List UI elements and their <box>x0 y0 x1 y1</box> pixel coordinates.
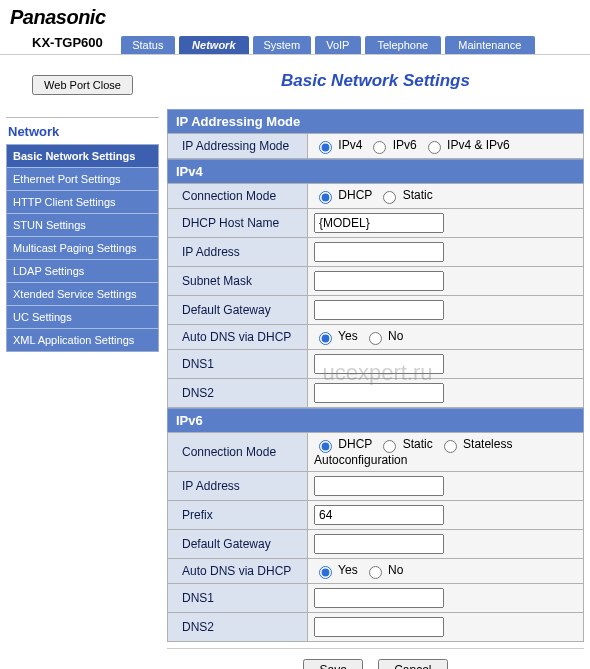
cancel-button[interactable]: Cancel <box>378 659 447 669</box>
ipv4-mask-input[interactable] <box>314 271 444 291</box>
section-header-ipv4: IPv4 <box>167 159 584 183</box>
ipv6-dns1-input[interactable] <box>314 588 444 608</box>
ipv4-gw-input[interactable] <box>314 300 444 320</box>
sidebar-item-8[interactable]: XML Application Settings <box>7 329 158 351</box>
v6conn-opt-dhcp[interactable]: DHCP <box>314 437 372 451</box>
sidebar: Web Port Close Network Basic Network Set… <box>0 55 165 669</box>
ipv6-ip-label: IP Address <box>168 472 308 501</box>
ipmode-opt-ipv4-ipv6[interactable]: IPv4 & IPv6 <box>423 138 510 152</box>
sidebar-item-0[interactable]: Basic Network Settings <box>7 145 158 168</box>
page-title: Basic Network Settings <box>167 61 584 109</box>
ipv4-autodns-value: Yes No <box>308 325 584 350</box>
ipv6-conn-label: Connection Mode <box>168 433 308 472</box>
brand-logo: Panasonic <box>10 6 590 29</box>
sidebar-item-3[interactable]: STUN Settings <box>7 214 158 237</box>
section-header-ipv6: IPv6 <box>167 408 584 432</box>
ipv6-dns2-input[interactable] <box>314 617 444 637</box>
main-content: ucexpert.ru Basic Network Settings IP Ad… <box>165 55 590 669</box>
v4conn-opt-dhcp[interactable]: DHCP <box>314 188 372 202</box>
tab-network[interactable]: Network <box>179 36 249 54</box>
ipv4-dhcphost-input[interactable] <box>314 213 444 233</box>
ipv4-autodns-label: Auto DNS via DHCP <box>168 325 308 350</box>
v6dns-opt-no[interactable]: No <box>364 563 404 577</box>
ipv6-dns1-label: DNS1 <box>168 584 308 613</box>
v4dns-opt-no[interactable]: No <box>364 329 404 343</box>
ipv6-ip-input[interactable] <box>314 476 444 496</box>
ipmode-opt-ipv4[interactable]: IPv4 <box>314 138 362 152</box>
tab-telephone[interactable]: Telephone <box>365 36 441 54</box>
model-number: KX-TGP600 <box>10 33 121 54</box>
ipv4-ip-input[interactable] <box>314 242 444 262</box>
ipmode-value: IPv4 IPv6 IPv4 & IPv6 <box>308 134 584 159</box>
ipv4-dns1-input[interactable] <box>314 354 444 374</box>
v6conn-opt-static[interactable]: Static <box>378 437 432 451</box>
ipv6-gw-label: Default Gateway <box>168 530 308 559</box>
tab-status[interactable]: Status <box>121 36 175 54</box>
main-tabs: Status Network System VoIP Telephone Mai… <box>121 36 590 54</box>
ipv4-conn-label: Connection Mode <box>168 184 308 209</box>
button-row: Save Cancel <box>167 648 584 669</box>
ipv6-dns2-label: DNS2 <box>168 613 308 642</box>
ipmode-label: IP Addressing Mode <box>168 134 308 159</box>
ipv4-dns1-label: DNS1 <box>168 350 308 379</box>
v4conn-opt-static[interactable]: Static <box>378 188 432 202</box>
ipv4-dns2-label: DNS2 <box>168 379 308 408</box>
ipv4-conn-value: DHCP Static <box>308 184 584 209</box>
tab-voip[interactable]: VoIP <box>315 36 361 54</box>
sidebar-item-2[interactable]: HTTP Client Settings <box>7 191 158 214</box>
sidebar-item-4[interactable]: Multicast Paging Settings <box>7 237 158 260</box>
sidebar-title: Network <box>6 124 159 144</box>
save-button[interactable]: Save <box>303 659 362 669</box>
v6dns-opt-yes[interactable]: Yes <box>314 563 358 577</box>
sidebar-item-5[interactable]: LDAP Settings <box>7 260 158 283</box>
tab-maintenance[interactable]: Maintenance <box>445 36 535 54</box>
ipv6-autodns-label: Auto DNS via DHCP <box>168 559 308 584</box>
ipv6-autodns-value: Yes No <box>308 559 584 584</box>
ipv4-dns2-input[interactable] <box>314 383 444 403</box>
web-port-close-button[interactable]: Web Port Close <box>32 75 133 95</box>
ipmode-opt-ipv6[interactable]: IPv6 <box>368 138 416 152</box>
ipv4-ip-label: IP Address <box>168 238 308 267</box>
ipv6-prefix-label: Prefix <box>168 501 308 530</box>
ipv6-conn-value: DHCP Static Stateless Autoconfiguration <box>308 433 584 472</box>
ipv6-prefix-input[interactable] <box>314 505 444 525</box>
v4dns-opt-yes[interactable]: Yes <box>314 329 358 343</box>
sidebar-item-6[interactable]: Xtended Service Settings <box>7 283 158 306</box>
ipv6-gw-input[interactable] <box>314 534 444 554</box>
section-header-ipmode: IP Addressing Mode <box>167 109 584 133</box>
tab-system[interactable]: System <box>253 36 311 54</box>
ipv4-mask-label: Subnet Mask <box>168 267 308 296</box>
ipv4-gw-label: Default Gateway <box>168 296 308 325</box>
sidebar-item-7[interactable]: UC Settings <box>7 306 158 329</box>
header: Panasonic KX-TGP600 Status Network Syste… <box>0 0 590 55</box>
ipv4-dhcphost-label: DHCP Host Name <box>168 209 308 238</box>
sidebar-item-1[interactable]: Ethernet Port Settings <box>7 168 158 191</box>
